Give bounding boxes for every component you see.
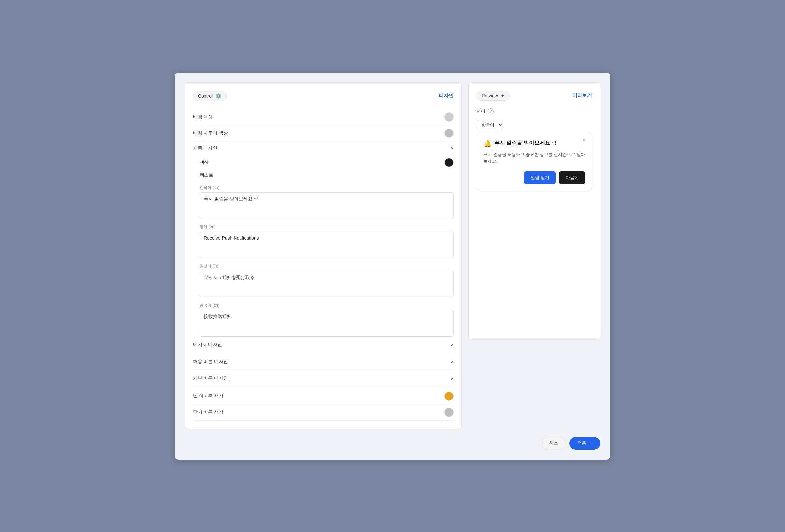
deny-button[interactable]: 다음에 [559,171,585,184]
notification-buttons: 알림 받기 다음에 [484,171,585,184]
text-input-en[interactable]: Receive Push Notifications [200,232,454,258]
bell-icon: 🔔 [484,139,492,147]
control-label: Control ⚙️ [193,91,227,101]
control-text: Control [198,93,213,99]
text-input-ko[interactable]: 푸시 알림을 받아보세요 ~! [200,192,454,219]
message-design-section[interactable]: 메시지 디자인 ∧ [193,338,454,352]
close-button-color-label: 닫기 버튼 색상 [193,409,444,415]
language-select[interactable]: 한국어 영어 일본어 중국어 [477,119,503,130]
border-color-label: 배경 테두리 색상 [193,130,444,136]
text-input-zh[interactable]: 接收推送通知 [200,310,454,337]
title-color-label: 색상 [200,160,444,165]
chevron-up-icon-deny: ∧ [451,376,454,381]
chevron-up-icon-message: ∧ [451,343,454,347]
lang-ja-label: 일본어 (ja) [200,263,454,269]
chevron-up-icon-allow: ∧ [451,359,454,364]
notification-card: ✕ 🔔 푸시 알림을 받아보세요 ~! 푸시 알림을 허용하고 중요한 정보를 … [477,133,592,191]
text-input-ja[interactable]: プッシュ通知を受け取る [200,271,454,297]
close-button-color-row: 닫기 버튼 색상 [193,404,454,421]
preview-text: Preview [482,93,498,98]
title-color-row: 색상 [200,155,454,170]
cancel-button[interactable]: 취소 [542,437,565,450]
allow-button-section[interactable]: 허용 버튼 디자인 ∧ [193,355,454,369]
bottom-actions: 취소 적용 → [185,437,600,450]
lang-selector-label: 언어 [477,108,485,114]
preview-panel: Preview ✦ 미리보기 언어 ? 한국어 영어 일본어 중국어 ✕ 🔔 [469,82,600,340]
gear-icon[interactable]: ⚙️ [216,93,222,99]
panels-row: Control ⚙️ 디자인 배경 색상 배경 테두리 색상 제목 디자인 ∨ [185,82,600,429]
sparkle-icon: ✦ [501,93,505,98]
title-color-circle[interactable] [444,158,454,167]
outer-container: Control ⚙️ 디자인 배경 색상 배경 테두리 색상 제목 디자인 ∨ [175,73,610,460]
bell-icon-color-circle[interactable] [444,392,454,401]
title-design-section[interactable]: 제목 디자인 ∨ [193,141,454,155]
bell-icon-color-label: 벨 아이콘 색상 [193,393,444,399]
preview-label: Preview ✦ [477,91,510,101]
title-text-row: 텍스트 [200,170,454,181]
preview-title: 미리보기 [572,92,592,99]
notification-body: 푸시 알림을 허용하고 중요한 정보를 실시간으로 받아보세요! [484,151,585,165]
help-icon[interactable]: ? [488,108,494,114]
preview-panel-header: Preview ✦ 미리보기 [477,91,592,101]
control-panel-header: Control ⚙️ 디자인 [193,91,454,101]
deny-button-section[interactable]: 거부 버튼 디자인 ∧ [193,371,454,385]
allow-button[interactable]: 알림 받기 [524,171,556,184]
apply-button[interactable]: 적용 → [569,437,600,450]
notification-title-row: 🔔 푸시 알림을 받아보세요 ~! [484,139,585,147]
bell-icon-color-row: 벨 아이콘 색상 [193,388,454,404]
bg-color-label: 배경 색상 [193,114,444,120]
bg-color-row: 배경 색상 [193,109,454,125]
title-design-content: 색상 텍스트 한국어 (ko) 푸시 알림을 받아보세요 ~! 영어 (en) … [193,155,454,338]
deny-button-label: 거부 버튼 디자인 [193,375,228,381]
allow-button-label: 허용 버튼 디자인 [193,358,228,365]
title-design-label: 제목 디자인 [193,145,217,151]
lang-zh-label: 중국어 (zh) [200,302,454,308]
message-design-label: 메시지 디자인 [193,342,222,348]
bg-color-circle[interactable] [444,112,454,122]
lang-selector-row: 언어 ? [477,108,592,114]
control-panel: Control ⚙️ 디자인 배경 색상 배경 테두리 색상 제목 디자인 ∨ [185,82,462,429]
title-text-label: 텍스트 [200,172,454,178]
close-button[interactable]: ✕ [581,137,588,143]
design-title: 디자인 [439,92,454,99]
lang-ko-label: 한국어 (ko) [200,185,454,190]
border-color-circle[interactable] [444,129,454,138]
chevron-down-icon: ∨ [451,146,454,151]
close-button-color-circle[interactable] [444,408,454,417]
lang-en-label: 영어 (en) [200,224,454,230]
border-color-row: 배경 테두리 색상 [193,125,454,141]
notification-title: 푸시 알림을 받아보세요 ~! [495,140,556,147]
